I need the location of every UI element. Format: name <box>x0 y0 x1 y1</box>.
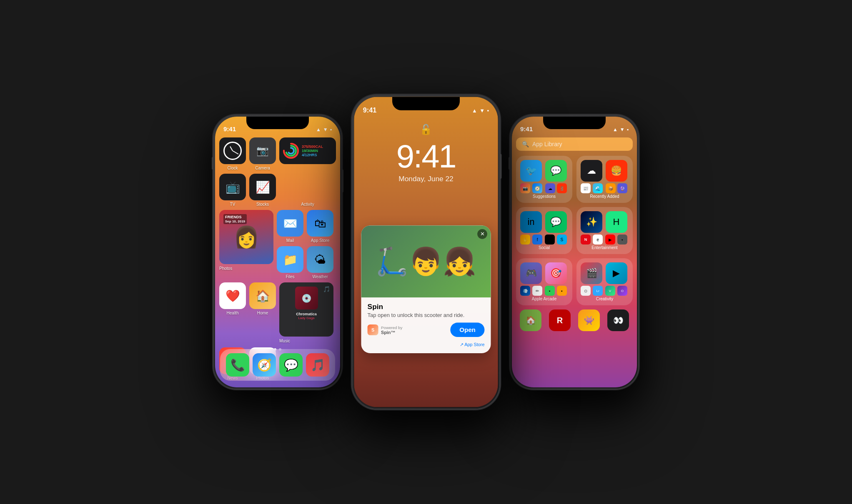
activity-hrs: 4/12HRS <box>302 153 323 157</box>
vpn-small-icon[interactable]: ☁ <box>545 183 555 193</box>
char-app[interactable]: 👾 <box>578 309 600 331</box>
appstore-app[interactable]: 🛍 App Store <box>307 210 333 243</box>
app-library-search-bar[interactable]: 🔍 App Library <box>516 137 633 151</box>
clock-icon <box>219 137 246 164</box>
pencil-icon[interactable]: ✏ <box>532 286 542 296</box>
health-icon: ❤️ <box>219 282 246 309</box>
appstore-weather-col: 🛍 App Store 🌤 Weather <box>307 210 333 279</box>
creativity-top: 🎬 ▶ <box>581 262 629 284</box>
entertainment-icon4[interactable]: ▪ <box>617 235 627 245</box>
notification-powered-by: S Powered by Spin™ <box>368 324 403 335</box>
safari-small-icon[interactable]: 🧭 <box>532 183 542 193</box>
photos-widget[interactable]: FRIENDSSep 10, 2019 👩 Photos <box>219 210 273 279</box>
home-app[interactable]: 🏠 Home <box>249 282 276 344</box>
music-widget[interactable]: 🎵 💿 Chromatica Lady Gaga Music <box>279 282 333 344</box>
clock-label: Clock <box>227 166 238 170</box>
search-icon: 🔍 <box>522 141 529 147</box>
linkedin-icon[interactable]: in <box>520 211 542 233</box>
signal-icon: ▲ <box>316 127 321 132</box>
tv-app[interactable]: 📺 TV <box>219 174 246 207</box>
appstore-link[interactable]: ↗ App Store <box>460 342 484 347</box>
lr-icon[interactable]: Lr <box>593 286 603 296</box>
app-row-2: FRIENDSSep 10, 2019 👩 Photos ✉️ <box>219 210 336 279</box>
activity-cal: 375/500CAL <box>302 145 323 149</box>
svg-point-2 <box>288 148 294 154</box>
files-app[interactable]: 📁 Files <box>277 246 303 279</box>
notification-open-button[interactable]: Open <box>451 323 485 337</box>
tiktok-icon[interactable]: ♪ <box>545 235 555 245</box>
instagram-small-icon[interactable]: 📷 <box>520 183 530 193</box>
photos-widget-content: FRIENDSSep 10, 2019 👩 <box>219 210 273 264</box>
files-icon: 📁 <box>277 246 303 273</box>
phone3-status-time: 9:41 <box>520 125 533 132</box>
phone2-inner: 9:41 ▲ ▼ ▪ 🔓 9:41 Monday, June <box>354 97 498 407</box>
notification-card[interactable]: 🛴👦👧 ✕ Spin Tap open to unlock this scoot… <box>361 225 491 353</box>
circle-icon[interactable]: ⊙ <box>581 286 591 296</box>
hand-icon[interactable]: ✋ <box>520 235 530 245</box>
notification-image: 🛴👦👧 ✕ <box>361 225 491 297</box>
sonic-icon[interactable]: 💨 <box>520 286 530 296</box>
netflix-icon[interactable]: N <box>581 235 591 245</box>
arcade-icon3[interactable]: ▪ <box>545 286 555 296</box>
entertainment-icon2[interactable]: e <box>593 235 603 245</box>
activity-stats: 375/500CAL 19/30MIN 4/12HRS <box>302 145 323 157</box>
spin-app-name: Spin™ <box>381 329 402 334</box>
disney-icon[interactable]: ✨ <box>581 211 602 233</box>
rakuten-app[interactable]: R <box>549 309 571 331</box>
hulu-icon[interactable]: H <box>606 211 627 233</box>
music-note-icon: 🎵 <box>323 286 330 292</box>
camera-app[interactable]: 📷 Camera <box>249 137 276 170</box>
recently-added-icon1[interactable]: ☁ <box>581 160 602 182</box>
dock-music[interactable]: 🎵 <box>306 353 329 377</box>
clock-app[interactable]: Clock <box>219 137 246 170</box>
recently-added-icon2[interactable]: 🍔 <box>606 160 627 182</box>
tv-icon: 📺 <box>219 174 246 200</box>
arcade-game2-icon[interactable]: 🎯 <box>545 262 567 284</box>
action-icon[interactable]: ▶ <box>606 262 627 284</box>
dock-safari[interactable]: 🧭 <box>253 353 276 377</box>
notification-body: Spin Tap open to unlock this scooter and… <box>361 297 491 353</box>
recently-added-bottom: 📰 🌊 📦 🔮 <box>581 183 629 193</box>
friends-label: FRIENDSSep 10, 2019 <box>223 214 247 224</box>
health-app[interactable]: ❤️ Health <box>219 282 246 344</box>
dock-messages[interactable]: 💬 <box>279 353 303 377</box>
phone1-screen: 9:41 ▲ ▼ ▪ <box>215 117 340 387</box>
youtube-icon[interactable]: ▶ <box>605 235 615 245</box>
arcade-icon4[interactable]: ▪ <box>557 286 567 296</box>
arcade-game1-icon[interactable]: 🎮 <box>520 262 542 284</box>
doordash-small-icon[interactable]: 🚪 <box>557 183 567 193</box>
nytimes-small-icon[interactable]: 📰 <box>581 183 591 193</box>
notification-close-button[interactable]: ✕ <box>477 229 487 239</box>
recently-small-icon3[interactable]: 📦 <box>606 183 616 193</box>
dock: 📞 🧭 💬 🎵 <box>220 349 335 381</box>
skype-icon[interactable]: S <box>557 235 567 245</box>
eyes-app[interactable]: 👀 <box>607 309 629 331</box>
calm-small-icon[interactable]: 🌊 <box>593 183 603 193</box>
phone2-screen: 9:41 ▲ ▼ ▪ 🔓 9:41 Monday, June <box>354 97 498 407</box>
facebook-icon[interactable]: f <box>532 235 542 245</box>
twitter-icon[interactable]: 🐦 <box>520 160 542 182</box>
activity-widget[interactable]: 375/500CAL 19/30MIN 4/12HRS <box>279 137 336 164</box>
phone3-outer: 9:41 ▲ ▼ ▪ 🔍 App Library <box>511 115 638 389</box>
messages-icon[interactable]: 💬 <box>545 160 567 182</box>
phone1-status-time: 9:41 <box>223 125 236 132</box>
weather-icon: 🌤 <box>307 246 333 273</box>
wechat-icon[interactable]: 💬 <box>545 211 567 233</box>
weather-app[interactable]: 🌤 Weather <box>307 246 333 279</box>
tv-label: TV <box>230 202 236 207</box>
recently-small-icon4[interactable]: 🔮 <box>617 183 627 193</box>
app-library-grid: 🐦 💬 📷 🧭 ☁ <box>516 156 633 305</box>
power-button <box>342 170 343 192</box>
voca-icon[interactable]: V <box>605 286 615 296</box>
outro-icon[interactable]: O <box>617 286 627 296</box>
mail-app[interactable]: ✉️ Mail <box>277 210 303 243</box>
camcut-icon[interactable]: 🎬 <box>581 262 602 284</box>
social-label: Social <box>520 245 568 250</box>
houzz-app[interactable]: 🏠 <box>520 309 541 331</box>
appstore-label: App Store <box>311 238 329 243</box>
wifi-icon-2: ▼ <box>479 107 485 114</box>
battery-icon: ▪ <box>330 127 332 132</box>
dock-phone[interactable]: 📞 <box>226 353 249 377</box>
stocks-app[interactable]: 📈 Stocks <box>249 174 276 207</box>
photos-person: 👩 <box>233 225 259 249</box>
